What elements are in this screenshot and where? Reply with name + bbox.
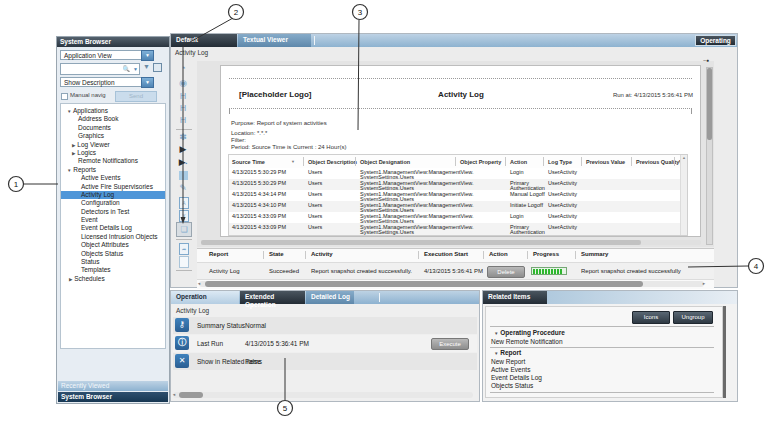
report-hscroll-thumb[interactable] bbox=[201, 240, 641, 245]
icons-button[interactable]: Icons bbox=[632, 311, 670, 324]
report-hscrollbar[interactable] bbox=[201, 240, 701, 245]
tree-item-activity-log[interactable]: Activity Log bbox=[61, 191, 165, 199]
ungroup-button[interactable]: Ungroup bbox=[673, 311, 713, 324]
scroll-left-icon[interactable]: ◄ bbox=[172, 392, 176, 397]
search-input[interactable]: 🔍 ▼ bbox=[60, 63, 140, 75]
tree-item-remote-notifications[interactable]: Remote Notifications bbox=[61, 157, 165, 165]
execution-hscroll-thumb[interactable] bbox=[205, 281, 643, 287]
tree-item-templates[interactable]: Templates bbox=[61, 266, 165, 274]
recently-viewed-bar[interactable]: Recently Viewed bbox=[58, 381, 168, 391]
operation-hscrollbar[interactable]: ◄ bbox=[173, 392, 473, 398]
related-item-objects-status[interactable]: Objects Status bbox=[491, 382, 533, 390]
table-scroll-up-icon[interactable]: ▲ bbox=[682, 155, 686, 160]
scroll-left-icon[interactable]: ◄ bbox=[197, 281, 201, 286]
report-vscroll-thumb[interactable] bbox=[707, 68, 712, 140]
related-items-vscrollbar[interactable] bbox=[723, 306, 726, 398]
operation-row[interactable]: ⚷ Summary Status Normal bbox=[173, 317, 477, 334]
tree-item-status[interactable]: Status bbox=[61, 258, 165, 266]
description-selector-arrow-icon[interactable]: ▼ bbox=[141, 77, 154, 88]
view-selector-arrow-icon[interactable]: ▼ bbox=[141, 50, 154, 61]
tree-item-licensed-intrusion-objects[interactable]: Licensed Intrusion Objects bbox=[61, 233, 165, 241]
col-source-time[interactable]: Source Time bbox=[232, 159, 265, 165]
layout-3-icon[interactable]: H bbox=[175, 115, 191, 125]
col-object-designation[interactable]: Object Designation bbox=[360, 159, 410, 165]
tree-item-active-events[interactable]: Active Events bbox=[61, 174, 165, 182]
col-log-type[interactable]: Log Type bbox=[548, 159, 572, 165]
related-item-new-remote-notification[interactable]: New Remote Notification bbox=[491, 338, 563, 346]
status-key-icon[interactable]: ⚷ bbox=[175, 318, 189, 332]
export-excel-icon[interactable]: X bbox=[179, 210, 189, 222]
filter-icon[interactable]: ▼ bbox=[143, 63, 150, 70]
magnifier-icon[interactable]: 🔍 bbox=[123, 65, 131, 73]
tree-item-configuration[interactable]: Configuration bbox=[61, 199, 165, 207]
col-previous-value[interactable]: Previous Value bbox=[586, 159, 625, 165]
execution-row[interactable]: Activity Log Succeeded Report snapshot c… bbox=[197, 262, 714, 280]
col-previous-quality[interactable]: Previous Quality bbox=[636, 159, 679, 165]
related-group-report[interactable]: ▼ Report bbox=[494, 349, 521, 358]
tree-item-documents[interactable]: Documents bbox=[61, 124, 165, 132]
operation-hscroll-thumb[interactable] bbox=[179, 392, 203, 398]
tree-item-active-fire-supervisories[interactable]: Active Fire Supervisories bbox=[61, 183, 165, 191]
col-object-description[interactable]: Object Description bbox=[308, 159, 357, 165]
tree-item-event-details-log[interactable]: Event Details Log bbox=[61, 224, 165, 232]
tab-operation[interactable]: Operation bbox=[171, 291, 239, 304]
layout-2-icon[interactable]: H bbox=[175, 103, 191, 113]
save-icon[interactable] bbox=[153, 63, 162, 72]
tab-default[interactable]: Default bbox=[171, 34, 237, 47]
edit-icon[interactable]: ✎ bbox=[175, 183, 191, 193]
tree-item-objects-status[interactable]: Objects Status bbox=[61, 250, 165, 258]
play-icon[interactable]: ▶ bbox=[175, 144, 191, 154]
related-item-active-events[interactable]: Active Events bbox=[491, 366, 530, 374]
scroll-right-icon[interactable]: ► bbox=[702, 281, 706, 286]
operation-row[interactable]: ✕ Show in Related Items False bbox=[173, 353, 477, 370]
table-vscrollbar[interactable]: ▲ bbox=[680, 155, 687, 235]
tab-extended-operation[interactable]: Extended Operation bbox=[240, 291, 305, 304]
pin-icon[interactable]: –● bbox=[703, 57, 709, 63]
tree-item-event[interactable]: Event bbox=[61, 216, 165, 224]
related-item-new-report[interactable]: New Report bbox=[491, 358, 525, 366]
snapshot-icon[interactable]: ❏ bbox=[176, 222, 192, 237]
close-x-icon[interactable]: ✕ bbox=[175, 354, 189, 368]
layout-1-icon[interactable]: H bbox=[175, 91, 191, 101]
table-row[interactable]: 4/13/2015 4:33:09 PM Users System1.Manag… bbox=[229, 223, 681, 236]
play-options-icon[interactable]: ▶▪ bbox=[175, 157, 191, 168]
tab-textual-viewer[interactable]: Textual Viewer bbox=[238, 34, 311, 47]
system-browser-bar[interactable]: System Browser bbox=[58, 392, 168, 402]
tree-item-logics[interactable]: ▶ Logics bbox=[61, 149, 165, 157]
sort-arrow-icon[interactable]: ▼ bbox=[291, 159, 295, 165]
tree-item-log-viewer[interactable]: ▶ Log Viewer bbox=[61, 141, 165, 149]
execution-hscrollbar[interactable]: ◄ ► bbox=[199, 281, 704, 287]
view-selector[interactable]: Application View bbox=[60, 50, 153, 60]
settings-icon[interactable]: ✽ bbox=[175, 132, 191, 142]
system-browser-header[interactable]: System Browser bbox=[57, 37, 169, 47]
related-item-event-details-log[interactable]: Event Details Log bbox=[491, 374, 542, 382]
stop-icon[interactable] bbox=[179, 171, 188, 180]
search-dropdown-arrow-icon[interactable]: ▼ bbox=[133, 65, 138, 73]
description-selector[interactable]: Show Description bbox=[60, 77, 153, 87]
operation-row[interactable]: ⓘ Last Run 4/13/2015 5:36:41 PM Execute bbox=[173, 335, 477, 352]
tab-detailed-log[interactable]: Detailed Log bbox=[306, 291, 354, 304]
info-circle-icon[interactable]: ⓘ bbox=[175, 336, 189, 350]
report-vscrollbar[interactable] bbox=[706, 67, 713, 245]
send-button[interactable]: Send bbox=[115, 91, 157, 102]
tab-related-items[interactable]: Related Items bbox=[483, 291, 547, 304]
tree-item-object-attributes[interactable]: Object Attributes bbox=[61, 241, 165, 249]
col-object-property[interactable]: Object Property bbox=[460, 159, 501, 165]
col-action[interactable]: Action bbox=[510, 159, 527, 165]
export-pdf-icon[interactable]: A bbox=[179, 197, 189, 209]
delete-button[interactable]: Delete bbox=[487, 266, 525, 278]
export-icon[interactable]: ➦ bbox=[179, 243, 189, 255]
tree-item-address-book[interactable]: Address Book bbox=[61, 115, 165, 123]
manual-nav-checkbox[interactable] bbox=[61, 93, 68, 100]
tree-item-graphics[interactable]: Graphics bbox=[61, 132, 165, 140]
operating-mode-badge[interactable]: Operating bbox=[695, 35, 736, 46]
chevron-down-icon[interactable]: ▼ bbox=[494, 331, 498, 336]
tree-item-detectors-in-test[interactable]: Detectors in Test bbox=[61, 208, 165, 216]
related-group-operating-procedure[interactable]: ▼ Operating Procedure bbox=[494, 329, 565, 338]
info-icon[interactable]: ◉ bbox=[175, 78, 191, 88]
tree-item-reports[interactable]: ▼ Reports bbox=[61, 166, 165, 174]
execute-button[interactable]: Execute bbox=[431, 338, 469, 350]
tree-item-schedules[interactable]: ▶ Schedules bbox=[61, 275, 165, 283]
refresh-icon[interactable]: ◔ bbox=[175, 63, 191, 73]
tree-item-applications[interactable]: ▼ Applications bbox=[61, 107, 165, 115]
